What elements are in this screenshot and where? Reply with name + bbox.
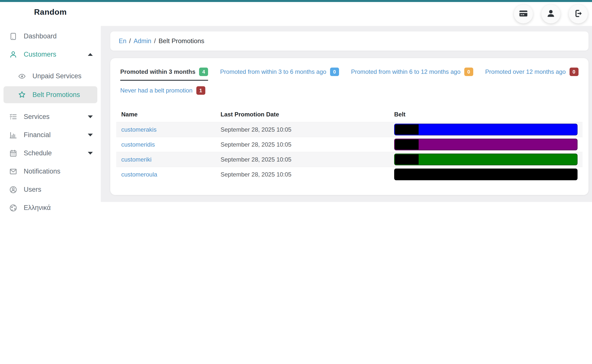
belt-bar <box>394 154 578 165</box>
table-row: customeriki September 28, 2025 10:05 <box>116 152 583 167</box>
app-title: Random <box>0 7 101 17</box>
envelope-icon <box>9 168 17 176</box>
table-row: customerakis September 28, 2025 10:05 <box>116 122 583 137</box>
customer-link[interactable]: customerakis <box>121 126 156 133</box>
belt-patch <box>395 124 419 135</box>
tab-label: Never had a belt promotion <box>120 87 193 94</box>
sidebar-item-label: Unpaid Services <box>32 72 82 80</box>
chevron-up-icon[interactable] <box>88 53 93 56</box>
column-header-name: Name <box>116 106 216 122</box>
sidebar-item-label: Schedule <box>24 149 52 157</box>
belt-bar <box>394 139 578 150</box>
profile-button[interactable] <box>541 4 560 23</box>
sidebar-item-services[interactable]: Services <box>0 108 101 126</box>
promotion-date: September 28, 2025 10:05 <box>216 122 389 137</box>
breadcrumb-link-en[interactable]: En <box>119 37 126 45</box>
tab-promoted-6-to-12-months[interactable]: Promoted from within 6 to 12 months ago … <box>351 68 473 81</box>
sidebar-item-label: Services <box>24 113 50 121</box>
eye-icon <box>18 72 26 80</box>
belt-bar <box>394 169 578 180</box>
app-window: Random Dashboard Customers Un <box>0 2 592 364</box>
chevron-down-icon[interactable] <box>88 115 93 118</box>
table-row: customeridis September 28, 2025 10:05 <box>116 137 583 152</box>
count-badge: 1 <box>196 86 205 95</box>
sidebar-item-label: Financial <box>24 131 51 139</box>
tablet-icon <box>9 32 17 40</box>
sidebar-item-belt-promotions[interactable]: Belt Promotions <box>3 86 97 103</box>
tab-promoted-over-12-months[interactable]: Promoted over 12 months ago 0 <box>485 68 579 81</box>
billing-button[interactable] <box>514 4 533 23</box>
globe-icon <box>9 204 17 212</box>
credit-card-icon <box>519 9 528 19</box>
breadcrumb-link-admin[interactable]: Admin <box>134 37 151 45</box>
sidebar-item-label: Belt Promotions <box>32 91 80 99</box>
tab-never-had-promotion[interactable]: Never had a belt promotion 1 <box>120 86 205 99</box>
sign-out-icon <box>574 9 583 19</box>
tab-label: Promoted over 12 months ago <box>485 68 566 75</box>
star-icon <box>18 91 26 99</box>
promotion-date: September 28, 2025 10:05 <box>216 137 389 152</box>
breadcrumb-separator: / <box>154 37 156 45</box>
sidebar-item-customers[interactable]: Customers <box>0 45 101 64</box>
tab-label: Promoted from within 6 to 12 months ago <box>351 68 461 75</box>
sidebar: Random Dashboard Customers Un <box>0 2 101 364</box>
sidebar-item-label: Dashboard <box>24 32 57 40</box>
tab-label: Promoted from within 3 to 6 months ago <box>220 68 326 75</box>
user-icon <box>546 9 556 19</box>
belt-patch <box>395 154 419 165</box>
sidebar-item-unpaid-services[interactable]: Unpaid Services <box>0 67 101 85</box>
person-circle-icon <box>9 186 17 194</box>
content-area: En / Admin / Belt Promotions Promoted wi… <box>101 2 592 364</box>
sidebar-item-financial[interactable]: Financial <box>0 126 101 144</box>
column-header-date: Last Promotion Date <box>216 106 389 122</box>
tab-label: Promoted within 3 months <box>120 68 195 75</box>
sidebar-item-schedule[interactable]: Schedule <box>0 144 101 162</box>
promotion-tabs: Promoted within 3 months 4 Promoted from… <box>116 68 583 81</box>
sidebar-item-label: Notifications <box>24 168 60 175</box>
count-badge: 4 <box>199 68 208 76</box>
logout-button[interactable] <box>569 4 588 23</box>
breadcrumb: En / Admin / Belt Promotions <box>110 31 589 51</box>
breadcrumb-current: Belt Promotions <box>158 37 204 45</box>
table-header-row: Name Last Promotion Date Belt <box>116 106 583 122</box>
top-accent-bar <box>0 0 592 2</box>
header-band <box>101 2 592 26</box>
sidebar-item-label: Users <box>24 186 41 193</box>
checklist-icon <box>9 113 17 121</box>
promotions-table: Name Last Promotion Date Belt customerak… <box>116 106 583 182</box>
column-header-belt: Belt <box>389 106 583 122</box>
promotion-tabs-row2: Never had a belt promotion 1 <box>116 86 583 99</box>
sidebar-nav: Dashboard Customers Unpaid Services <box>0 27 101 217</box>
chevron-down-icon[interactable] <box>88 134 93 136</box>
breadcrumb-separator: / <box>129 37 131 45</box>
chevron-down-icon[interactable] <box>88 152 93 155</box>
belt-patch <box>395 139 419 150</box>
sidebar-item-notifications[interactable]: Notifications <box>0 162 101 181</box>
promotion-date: September 28, 2025 10:05 <box>216 167 389 182</box>
count-badge: 0 <box>330 68 339 76</box>
sidebar-item-language-greek[interactable]: Ελληνικά <box>0 199 101 217</box>
belt-patch <box>395 169 419 180</box>
customer-link[interactable]: customeridis <box>121 141 155 148</box>
promotion-date: September 28, 2025 10:05 <box>216 152 389 167</box>
belt-bar <box>394 124 578 135</box>
bar-chart-icon <box>9 131 17 139</box>
sidebar-item-label: Ελληνικά <box>24 204 51 212</box>
sidebar-item-dashboard[interactable]: Dashboard <box>0 27 101 45</box>
customer-link[interactable]: customeroula <box>121 171 157 178</box>
sidebar-item-label: Customers <box>24 51 56 58</box>
count-badge: 0 <box>570 68 579 76</box>
tab-promoted-3-to-6-months[interactable]: Promoted from within 3 to 6 months ago 0 <box>220 68 339 81</box>
person-icon <box>9 51 17 59</box>
count-badge: 0 <box>464 68 473 76</box>
belt-promotions-card: Promoted within 3 months 4 Promoted from… <box>110 58 589 195</box>
table-row: customeroula September 28, 2025 10:05 <box>116 167 583 182</box>
tab-promoted-within-3-months[interactable]: Promoted within 3 months 4 <box>120 68 208 81</box>
sidebar-item-users[interactable]: Users <box>0 181 101 199</box>
calendar-icon <box>9 149 17 157</box>
content-body: En / Admin / Belt Promotions Promoted wi… <box>101 26 592 202</box>
customer-link[interactable]: customeriki <box>121 156 151 163</box>
